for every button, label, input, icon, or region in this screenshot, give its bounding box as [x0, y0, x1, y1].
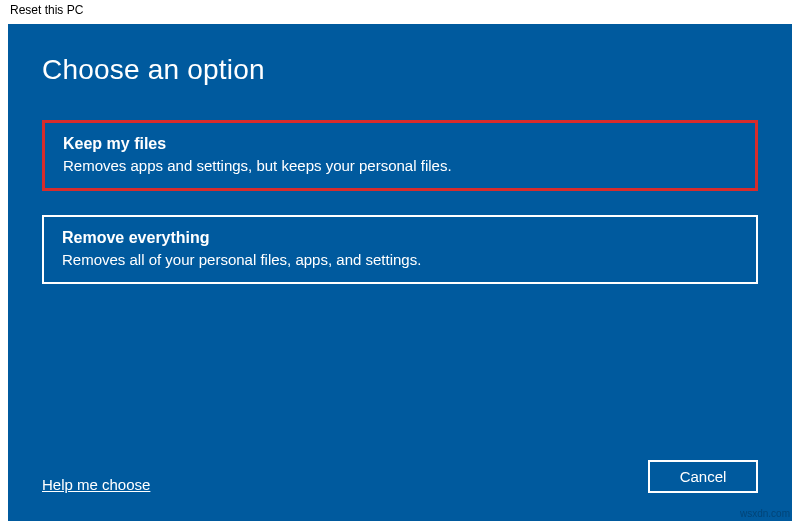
option-title: Remove everything [62, 229, 738, 247]
page-title: Choose an option [42, 54, 758, 86]
option-title: Keep my files [63, 135, 737, 153]
reset-panel: Choose an option Keep my files Removes a… [8, 24, 792, 521]
window-title: Reset this PC [10, 3, 83, 17]
cancel-button[interactable]: Cancel [648, 460, 758, 493]
option-description: Removes apps and settings, but keeps you… [63, 157, 737, 174]
dialog-footer: Help me choose Cancel [42, 460, 758, 497]
option-keep-my-files[interactable]: Keep my files Removes apps and settings,… [42, 120, 758, 191]
option-remove-everything[interactable]: Remove everything Removes all of your pe… [42, 215, 758, 284]
window-titlebar: Reset this PC [0, 0, 800, 24]
option-description: Removes all of your personal files, apps… [62, 251, 738, 268]
options-list: Keep my files Removes apps and settings,… [42, 120, 758, 308]
help-me-choose-link[interactable]: Help me choose [42, 476, 150, 493]
